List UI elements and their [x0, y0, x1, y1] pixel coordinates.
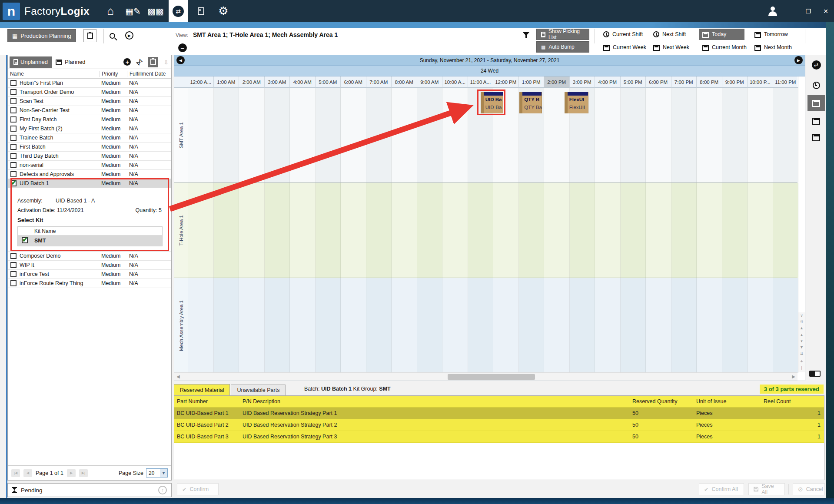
row-checkbox[interactable] [10, 262, 17, 268]
column-name[interactable]: Name [8, 71, 99, 77]
schedule-cell[interactable] [493, 183, 519, 278]
schedule-cell[interactable] [595, 88, 621, 182]
schedule-cell[interactable] [316, 88, 341, 182]
schedule-cell[interactable] [748, 88, 773, 182]
batch-row[interactable]: inForce TestMediumN/A [8, 270, 171, 279]
schedule-event[interactable]: FlexUIFlexUII [565, 92, 588, 113]
schedule-cell[interactable] [773, 278, 799, 373]
confirm-all-button[interactable]: ✔Confirm All [699, 483, 744, 495]
hour-header[interactable]: 1:00 PM [519, 76, 545, 88]
column-fulfillment[interactable]: Fulfillment Date [127, 71, 171, 77]
schedule-cell[interactable] [748, 183, 773, 278]
production-planning-button[interactable]: ▦Production Planning [7, 29, 76, 42]
hour-header[interactable]: 3:00 PM [570, 76, 595, 88]
batch-row[interactable]: inForce Route Retry ThingMediumN/A [8, 279, 171, 288]
schedule-cell[interactable] [570, 183, 595, 278]
schedule-cell[interactable] [366, 88, 392, 182]
tab-unavailable-parts[interactable]: Unavailable Parts [231, 385, 286, 395]
row-checkbox[interactable] [10, 89, 17, 95]
next-page-button[interactable]: ▶ [67, 469, 76, 477]
schedule-cell[interactable] [366, 183, 392, 278]
planning-grid-icon[interactable]: ▦✎ [123, 2, 143, 21]
schedule-cell[interactable] [570, 278, 595, 373]
schedule-cell[interactable] [214, 278, 239, 373]
batch-row[interactable]: First Day BatchMediumN/A [8, 115, 171, 124]
batch-row[interactable]: Non-Ser-Carrier TestMediumN/A [8, 106, 171, 115]
column-reel-count[interactable]: Reel Count [761, 398, 824, 405]
user-icon[interactable] [768, 7, 778, 16]
news-icon[interactable] [191, 2, 210, 21]
legend-icon[interactable] [809, 371, 821, 377]
cancel-button[interactable]: ⊘Cancel [793, 483, 825, 495]
horizontal-scrollbar[interactable]: ◀ ▶ [174, 372, 797, 381]
row-checkbox[interactable] [10, 107, 17, 113]
schedule-event[interactable]: UID BaUID-Ba [481, 92, 503, 113]
hour-header[interactable]: 11:00 A... [468, 76, 494, 88]
last-page-button[interactable]: ▶| [79, 469, 88, 477]
hour-header[interactable]: 4:00 AM [290, 76, 316, 88]
batch-row[interactable]: Composer DemoMediumN/A [8, 252, 171, 261]
month-view-icon[interactable] [809, 131, 824, 144]
schedule-cell[interactable] [188, 88, 214, 182]
schedule-cell[interactable] [341, 183, 366, 278]
today-button[interactable]: Today [699, 29, 744, 40]
hour-header[interactable]: 9:00 PM [722, 76, 748, 88]
column-reserved-quantity[interactable]: Reserved Quantity [630, 398, 694, 405]
schedule-cell[interactable] [392, 88, 417, 182]
schedule-cell[interactable] [239, 88, 265, 182]
kit-row[interactable]: SMT [18, 235, 162, 246]
schedule-cell[interactable] [188, 183, 214, 278]
first-page-button[interactable]: |◀ [11, 469, 20, 477]
minimize-button[interactable]: – [787, 8, 795, 15]
hour-header[interactable]: 10:00 P... [748, 76, 773, 88]
current-month-button[interactable]: Current Month [699, 42, 750, 53]
schedule-cell[interactable] [748, 278, 773, 373]
schedule-cell[interactable] [697, 183, 722, 278]
part-row[interactable]: BC UID-Based Part 1UID Based Reservation… [174, 408, 824, 419]
schedule-cell[interactable] [392, 278, 417, 373]
settings-gear-icon[interactable]: ⚙ [214, 2, 233, 21]
scrollbar-thumb[interactable] [448, 374, 535, 380]
schedule-cell[interactable] [671, 278, 697, 373]
page-size-select[interactable]: 20▼ [146, 468, 168, 477]
schedule-cell[interactable] [697, 278, 722, 373]
hour-header[interactable]: 7:00 AM [366, 76, 392, 88]
schedule-event[interactable]: QTY BQTY Ba [519, 92, 542, 113]
hour-header[interactable]: 6:00 AM [341, 76, 366, 88]
row-checkbox[interactable] [10, 162, 17, 168]
show-picking-list-button[interactable]: Show Picking List [536, 29, 589, 40]
hour-header[interactable]: 11:00 PM [773, 76, 799, 88]
schedule-cell[interactable] [671, 88, 697, 182]
schedule-cell[interactable] [341, 88, 366, 182]
hour-header[interactable]: 5:00 PM [621, 76, 646, 88]
auto-bump-button[interactable]: ▦Auto Bump [536, 41, 589, 53]
row-checkbox[interactable] [10, 98, 17, 104]
schedule-cell[interactable] [646, 88, 671, 182]
batch-row[interactable]: Defects and ApprovalsMediumN/A [8, 170, 171, 179]
link-icon[interactable]: ⋈ [134, 57, 144, 67]
hour-header[interactable]: 5:00 AM [316, 76, 341, 88]
batch-row[interactable]: WIP ItMediumN/A [8, 261, 171, 270]
day-header[interactable]: 24 Wed [174, 66, 805, 76]
batch-row[interactable]: Third Day BatchMediumN/A [8, 152, 171, 161]
row-checkbox[interactable] [10, 153, 17, 159]
column-unit-of-issue[interactable]: Unit of Issue [694, 398, 761, 405]
filter-icon[interactable] [523, 32, 529, 38]
tab-planned[interactable]: Planned [52, 56, 90, 68]
schedule-cell[interactable] [290, 278, 316, 373]
schedule-cell[interactable] [519, 278, 545, 373]
schedule-cell[interactable] [417, 278, 443, 373]
search-icon[interactable] [110, 33, 115, 39]
hour-header[interactable]: 9:00 AM [417, 76, 443, 88]
schedule-cell[interactable] [392, 183, 417, 278]
schedule-cell[interactable] [544, 183, 570, 278]
hour-header[interactable]: 4:00 PM [595, 76, 621, 88]
next-shift-button[interactable]: Next Shift [650, 29, 693, 40]
row-checkbox[interactable] [10, 116, 17, 123]
schedule-cell[interactable] [366, 278, 392, 373]
schedule-cell[interactable] [697, 88, 722, 182]
transfer-icon[interactable]: ⇄ [169, 0, 188, 22]
next-week-button[interactable]: Next Week [650, 42, 693, 53]
schedule-cell[interactable] [722, 88, 748, 182]
next-month-button[interactable]: Next Month [751, 42, 795, 53]
